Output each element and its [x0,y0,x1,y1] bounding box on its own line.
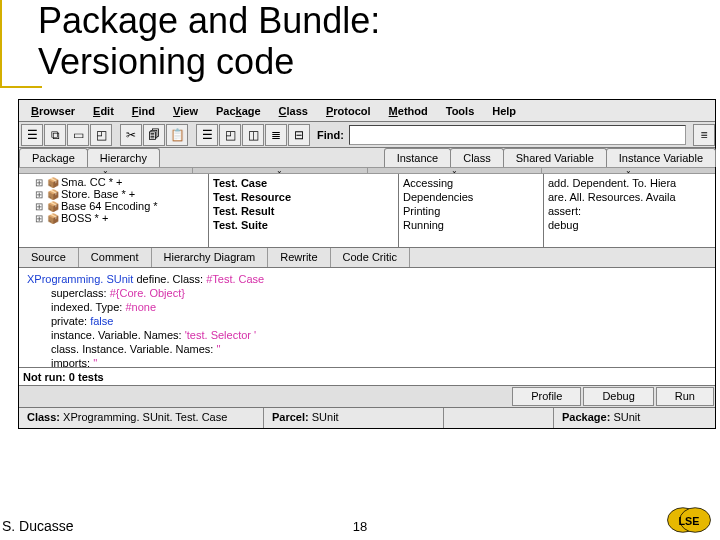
tab-class[interactable]: Class [450,148,504,167]
list-item[interactable]: are. All. Resources. Availa [548,190,711,204]
tab-hierarchy[interactable]: Hierarchy [87,148,160,167]
find-input[interactable] [349,125,686,145]
list-item[interactable]: Printing [403,204,539,218]
page-number: 18 [353,519,367,534]
menu-bar: BBrowserrowser Edit Find View Package Cl… [19,100,715,122]
menu-browser[interactable]: BBrowserrowser [23,103,83,119]
menu-method[interactable]: Method [381,103,436,119]
list-item[interactable]: Test. Result [213,204,394,218]
toolbar: ☰ ⧉ ▭ ◰ ✂ 🗐 📋 ☰ ◰ ◫ ≣ ⊟ Find: ≡ [19,122,715,148]
list-item[interactable]: 📦Store. Base * + [35,188,204,200]
list-item[interactable]: debug [548,218,711,232]
browser-panes: 📦Sma. CC * + 📦Store. Base * + 📦Base 64 E… [19,174,715,248]
action-row: Profile Debug Run [19,386,715,408]
toolbar-history-icon[interactable]: ≡ [693,124,715,146]
find-label: Find: [317,129,344,141]
menu-package[interactable]: Package [208,103,269,119]
code-tabs: Source Comment Hierarchy Diagram Rewrite… [19,248,715,268]
toolbar-btn-11[interactable]: ≣ [265,124,287,146]
author-label: S. Ducasse [2,518,74,534]
list-item[interactable]: add. Dependent. To. Hiera [548,176,711,190]
tab-comment[interactable]: Comment [79,248,152,267]
list-item[interactable]: 📦Sma. CC * + [35,176,204,188]
footer-parcel: Parcel: SUnit [264,408,444,428]
list-item[interactable]: 📦Base 64 Encoding * [35,200,204,212]
splitter-handle[interactable]: ⌄ [193,168,367,173]
toolbar-btn-10[interactable]: ◫ [242,124,264,146]
lse-logo: LSE [666,504,712,536]
tab-rewrite[interactable]: Rewrite [268,248,330,267]
tab-shared-variable[interactable]: Shared Variable [503,148,607,167]
menu-view[interactable]: View [165,103,206,119]
toolbar-btn-3[interactable]: ▭ [67,124,89,146]
slide-title-line1: Package and Bundle: [38,0,380,41]
toolbar-btn-1[interactable]: ☰ [21,124,43,146]
source-pane[interactable]: XProgramming. SUnit define. Class: #Test… [19,268,715,368]
footer-class: Class: XProgramming. SUnit. Test. Case [19,408,264,428]
splitter-handle[interactable]: ⌄ [542,168,715,173]
menu-class[interactable]: Class [271,103,316,119]
tab-instance[interactable]: Instance [384,148,452,167]
debug-button[interactable]: Debug [583,387,653,406]
toolbar-cut-icon[interactable]: ✂ [120,124,142,146]
menu-edit[interactable]: Edit [85,103,122,119]
toolbar-btn-9[interactable]: ◰ [219,124,241,146]
splitter-handle[interactable]: ⌄ [19,168,193,173]
tab-hierarchy-diagram[interactable]: Hierarchy Diagram [152,248,269,267]
list-item[interactable]: Test. Resource [213,190,394,204]
list-item[interactable]: Test. Suite [213,218,394,232]
splitter-handle[interactable]: ⌄ [368,168,542,173]
svg-text:LSE: LSE [679,515,700,527]
menu-protocol[interactable]: Protocol [318,103,379,119]
toolbar-btn-4[interactable]: ◰ [90,124,112,146]
category-tabs: Package Hierarchy Instance Class Shared … [19,148,715,168]
footer-spacer [444,408,554,428]
toolbar-btn-12[interactable]: ⊟ [288,124,310,146]
menu-help[interactable]: Help [484,103,524,119]
tab-code-critic[interactable]: Code Critic [331,248,410,267]
tab-source[interactable]: Source [19,248,79,267]
footer-bar: Class: XProgramming. SUnit. Test. Case P… [19,408,715,428]
list-item[interactable]: Accessing [403,176,539,190]
list-item[interactable]: assert: [548,204,711,218]
toolbar-paste-icon[interactable]: 📋 [166,124,188,146]
list-item[interactable]: Dependencies [403,190,539,204]
test-status: Not run: 0 tests [19,368,715,386]
footer-package: Package: SUnit [554,408,715,428]
list-item[interactable]: Running [403,218,539,232]
tab-instance-variable[interactable]: Instance Variable [606,148,716,167]
protocol-pane[interactable]: Accessing Dependencies Printing Running [399,174,544,247]
slide-title-line2: Versioning code [38,41,380,82]
package-pane[interactable]: 📦Sma. CC * + 📦Store. Base * + 📦Base 64 E… [19,174,209,247]
list-item[interactable]: Test. Case [213,176,394,190]
profile-button[interactable]: Profile [512,387,581,406]
ide-window: BBrowserrowser Edit Find View Package Cl… [18,99,716,429]
toolbar-btn-8[interactable]: ☰ [196,124,218,146]
tab-package[interactable]: Package [19,148,88,167]
menu-tools[interactable]: Tools [438,103,483,119]
list-item[interactable]: 📦BOSS * + [35,212,204,224]
toolbar-copy-icon[interactable]: 🗐 [143,124,165,146]
menu-find[interactable]: Find [124,103,163,119]
class-pane[interactable]: Test. Case Test. Resource Test. Result T… [209,174,399,247]
toolbar-btn-2[interactable]: ⧉ [44,124,66,146]
method-pane[interactable]: add. Dependent. To. Hiera are. All. Reso… [544,174,715,247]
run-button[interactable]: Run [656,387,714,406]
